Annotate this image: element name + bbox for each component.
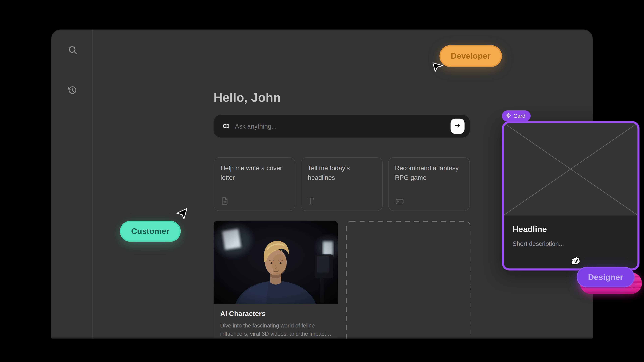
ai-card-description: Dive into the fascinating world of felin… — [220, 322, 332, 338]
content-row: AI Characters Dive into the fascinating … — [214, 221, 470, 339]
ai-characters-photo — [214, 221, 338, 304]
ai-card-title: AI Characters — [220, 310, 332, 318]
ask-bar — [214, 115, 470, 138]
developer-pill-label: Developer — [451, 51, 490, 61]
component-description: Short description... — [512, 240, 629, 247]
component-tag[interactable]: Card — [502, 110, 531, 121]
developer-cursor — [432, 61, 444, 73]
page-title: Hello, John — [214, 90, 281, 105]
submit-button[interactable] — [451, 119, 464, 134]
ai-characters-card[interactable]: AI Characters Dive into the fascinating … — [214, 221, 338, 339]
link-icon — [221, 121, 231, 131]
customer-pill-label: Customer — [131, 227, 170, 236]
customer-collaborator-pill: Customer — [120, 221, 180, 242]
main-content: Hello, John — [214, 29, 470, 339]
placeholder-cross-icon — [504, 123, 638, 215]
gamepad-icon — [395, 197, 404, 206]
designer-collaborator-pill: Designer — [576, 267, 634, 287]
suggestion-card-cover-letter[interactable]: Help me write a cover letter — [214, 157, 295, 211]
document-icon — [220, 197, 230, 206]
developer-collaborator-pill: Developer — [440, 45, 502, 67]
dashed-border — [346, 221, 470, 339]
ai-card-body: AI Characters Dive into the fascinating … — [214, 304, 338, 339]
text-style-icon: T — [308, 197, 317, 206]
component-icon — [506, 113, 511, 119]
placeholder-drop-card[interactable] — [346, 221, 470, 339]
grab-hand-cursor — [569, 254, 582, 268]
component-tag-label: Card — [513, 113, 526, 119]
sidebar-divider — [92, 29, 93, 339]
search-icon — [68, 49, 78, 56]
arrow-right-icon — [454, 122, 461, 130]
history-button[interactable] — [68, 85, 77, 95]
component-card[interactable]: Headline Short description... — [502, 121, 640, 270]
sidebar — [51, 29, 92, 339]
canvas: Hello, John — [0, 0, 644, 362]
suggestion-card-rpg-game[interactable]: Recommend a fantasy RPG game — [388, 157, 470, 211]
search-button[interactable] — [68, 45, 78, 55]
designer-pill-label: Designer — [588, 272, 623, 282]
suggestion-card-headlines[interactable]: Tell me today’s headlines T — [301, 157, 382, 211]
ask-input[interactable] — [235, 115, 416, 138]
suggestion-label: Recommend a fantasy RPG game — [395, 165, 459, 181]
component-headline: Headline — [512, 225, 629, 234]
suggestion-label: Help me write a cover letter — [220, 165, 282, 181]
image-placeholder — [504, 123, 638, 216]
customer-cursor — [176, 208, 188, 220]
history-icon — [68, 89, 77, 96]
suggestion-label: Tell me today’s headlines — [308, 165, 350, 181]
suggestion-row: Help me write a cover letter Tell me tod… — [214, 157, 470, 211]
